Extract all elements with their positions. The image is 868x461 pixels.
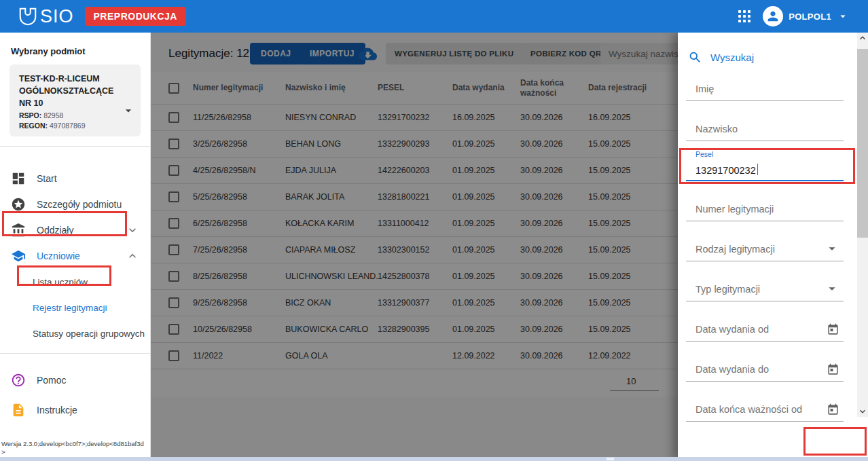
- sidebar-item-instrukcje[interactable]: Instrukcje: [0, 395, 150, 425]
- sidebar-item-uczniowie[interactable]: Uczniowie: [0, 243, 150, 269]
- search-field[interactable]: Typ legitymacji: [686, 261, 844, 301]
- rspo-label: RSPO:: [19, 111, 41, 119]
- search-panel-title: Wyszukaj: [678, 33, 868, 64]
- subitem-label: Rejestr legitymacji: [33, 303, 107, 313]
- divider: [0, 353, 150, 354]
- scroll-down-icon[interactable]: [857, 406, 868, 417]
- field-value: 13291700232: [695, 165, 756, 176]
- search-field[interactable]: Data końca ważności od: [686, 382, 844, 422]
- search-field[interactable]: Rodzaj legitymacji: [686, 221, 844, 261]
- sidebar: Wybrany podmiot TEST-KD-R-LICEUM OGÓLNOK…: [0, 33, 151, 461]
- horizontal-scrollbar-thumb[interactable]: [607, 458, 614, 460]
- search-field[interactable]: Data wydania do: [686, 342, 844, 382]
- field-placeholder-label: Data wydania od: [695, 324, 769, 335]
- selected-entity-caption: Wybrany podmiot: [11, 46, 150, 56]
- rspo-value: 82958: [43, 111, 63, 119]
- field-placeholder-label: Rodzaj legitymacji: [695, 244, 775, 255]
- search-field[interactable]: Imię: [686, 61, 844, 101]
- horizontal-scrollbar[interactable]: [0, 457, 868, 461]
- field-placeholder-label: Data końca ważności od: [695, 404, 802, 415]
- document-icon: [11, 403, 26, 418]
- dashboard-icon: [11, 171, 26, 186]
- sidebar-item-label: Szczegóły podmiotu: [37, 199, 122, 210]
- graduation-cap-icon: [11, 248, 26, 263]
- apps-grid-icon[interactable]: [738, 10, 751, 22]
- sidebar-item-start[interactable]: Start: [0, 166, 150, 191]
- username: POLPOL1: [789, 12, 831, 22]
- drawer-scrollbar[interactable]: [857, 33, 868, 417]
- field-floating-label: Pesel: [695, 150, 713, 158]
- subitem-label: Lista uczniów: [33, 277, 88, 287]
- logo-text: SIO: [40, 6, 74, 27]
- divider: [0, 146, 150, 147]
- scroll-up-icon[interactable]: [857, 33, 868, 43]
- chevron-down-icon[interactable]: [825, 281, 839, 296]
- app-window: SIO PREPRODUKCJA POLPOL1 Wybrany podmiot: [0, 0, 868, 461]
- subitem-label: Statusy operacji grupowych: [33, 329, 145, 339]
- entity-regon: REGON: 497087869: [19, 122, 120, 130]
- chevron-down-icon[interactable]: [825, 241, 839, 256]
- version-text: Wersja 2.3.0;develop<bc0f7>;develop<8d81…: [1, 440, 147, 456]
- sidebar-item-szczegoly-podmiotu[interactable]: Szczegóły podmiotu: [0, 191, 150, 217]
- field-placeholder-label: Numer legitymacji: [695, 204, 774, 215]
- sidebar-subitem-rejestr-legitymacji[interactable]: Rejestr legitymacji: [0, 295, 150, 320]
- calendar-icon[interactable]: [827, 363, 839, 376]
- sidebar-item-label: Start: [37, 173, 57, 184]
- calendar-icon[interactable]: [827, 403, 839, 416]
- sidebar-subitem-statusy-operacji[interactable]: Statusy operacji grupowych: [0, 320, 150, 346]
- top-bar: SIO PREPRODUKCJA POLPOL1: [0, 0, 868, 33]
- chevron-down-icon: [122, 104, 135, 117]
- sidebar-item-label: Instrukcje: [37, 405, 77, 416]
- chevron-up-icon: [126, 249, 139, 263]
- star-circle-icon: [11, 197, 26, 212]
- chevron-down-icon: [837, 10, 849, 22]
- sidebar-item-pomoc[interactable]: Pomoc: [0, 365, 150, 395]
- person-icon: [765, 9, 780, 24]
- sidebar-subitem-lista-uczniow[interactable]: Lista uczniów: [0, 269, 150, 295]
- sidebar-item-label: Uczniowie: [37, 251, 80, 261]
- search-field[interactable]: Data wydania od: [686, 301, 844, 342]
- sio-logo[interactable]: SIO: [18, 6, 74, 27]
- environment-badge: PREPRODUKCJA: [85, 7, 186, 26]
- sio-shield-icon: [18, 6, 38, 26]
- field-placeholder-label: Imię: [695, 84, 714, 94]
- regon-label: REGON:: [19, 122, 48, 130]
- chevron-down-icon: [126, 223, 139, 237]
- entity-selector[interactable]: TEST-KD-R-LICEUM OGÓLNOKSZTAŁCĄCE NR 10 …: [10, 64, 141, 136]
- scrollbar-thumb[interactable]: [857, 49, 868, 238]
- search-field[interactable]: Pesel 13291700232: [686, 141, 844, 181]
- field-underline: [686, 421, 844, 422]
- sidebar-item-oddzialy[interactable]: Oddziały: [0, 217, 150, 243]
- entity-rspo: RSPO: 82958: [19, 111, 120, 119]
- text-cursor: [757, 164, 759, 175]
- bank-icon: [11, 223, 26, 238]
- regon-value: 497087869: [50, 122, 86, 130]
- search-field[interactable]: Nazwisko: [686, 101, 844, 141]
- search-field[interactable]: Numer legitymacji: [686, 181, 844, 221]
- avatar: [763, 6, 783, 26]
- search-fields: Imię Nazwisko Pesel 13291700232 Nume: [686, 61, 844, 422]
- field-placeholder-label: Data wydania do: [695, 364, 769, 375]
- sidebar-item-label: Oddziały: [37, 225, 73, 236]
- entity-name: TEST-KD-R-LICEUM OGÓLNOKSZTAŁCĄCE NR 10: [19, 73, 120, 109]
- user-menu[interactable]: POLPOL1: [763, 6, 849, 26]
- sidebar-item-label: Pomoc: [37, 375, 67, 386]
- calendar-icon[interactable]: [827, 323, 839, 336]
- help-icon: [11, 373, 26, 388]
- field-placeholder-label: Typ legitymacji: [695, 284, 760, 295]
- field-placeholder-label: Nazwisko: [695, 124, 738, 134]
- search-drawer: Wyszukaj Imię Nazwisko Pesel 13291700232: [678, 33, 868, 461]
